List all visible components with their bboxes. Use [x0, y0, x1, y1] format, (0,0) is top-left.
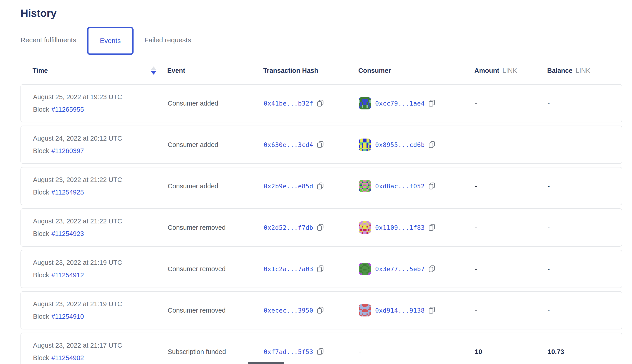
- tab-failed-requests[interactable]: Failed requests: [144, 36, 191, 44]
- block-label: Block: [33, 272, 49, 278]
- tab-events[interactable]: Events: [87, 27, 134, 55]
- table-row: August 23, 2022 at 21:17 UTC Block #1125…: [20, 332, 622, 364]
- column-header-balance: BalanceLINK: [547, 67, 622, 74]
- table-row: August 23, 2022 at 21:22 UTC Block #1125…: [20, 208, 622, 246]
- transaction-hash-link[interactable]: 0x2b9e...e85d: [264, 183, 313, 190]
- row-timestamp: August 23, 2022 at 21:19 UTC: [33, 301, 168, 307]
- block-line: Block #11254923: [33, 230, 168, 237]
- block-label: Block: [33, 148, 49, 154]
- block-label: Block: [33, 355, 49, 361]
- consumer-identicon: [359, 138, 371, 151]
- transaction-hash-link[interactable]: 0xecec...3950: [264, 307, 313, 314]
- row-timestamp: August 23, 2022 at 21:19 UTC: [33, 259, 168, 266]
- block-line: Block #11254902: [33, 355, 168, 361]
- transaction-hash-link[interactable]: 0x630e...3cd4: [264, 141, 313, 148]
- transaction-hash-cell: 0x1c2a...7a03: [264, 265, 359, 273]
- amount-unit-label: LINK: [502, 67, 517, 74]
- copy-icon[interactable]: [428, 265, 435, 273]
- copy-icon[interactable]: [317, 182, 324, 190]
- consumer-address-link[interactable]: 0x8955...cd6b: [375, 141, 425, 148]
- copy-icon[interactable]: [317, 306, 324, 314]
- consumer-address-link[interactable]: 0x3e77...5eb7: [375, 266, 425, 272]
- history-page: History Recent fulfillments Events Faile…: [0, 0, 632, 364]
- copy-icon[interactable]: [317, 348, 324, 356]
- transaction-hash-cell: 0x41be...b32f: [264, 100, 359, 107]
- block-line: Block #11260397: [33, 148, 168, 154]
- balance-cell: -: [548, 224, 622, 231]
- time-cell: August 23, 2022 at 21:22 UTC Block #1125…: [21, 218, 168, 237]
- transaction-hash-link[interactable]: 0x2d52...f7db: [264, 224, 313, 231]
- block-number-link[interactable]: #11260397: [52, 148, 84, 154]
- consumer-address-link[interactable]: 0x1109...1f83: [375, 224, 425, 231]
- table-row: August 24, 2022 at 20:12 UTC Block #1126…: [20, 126, 622, 164]
- amount-cell: -: [475, 100, 548, 107]
- event-cell: Consumer added: [168, 182, 264, 190]
- event-cell: Consumer removed: [168, 307, 264, 314]
- block-line: Block #11265955: [33, 106, 168, 113]
- transaction-hash-link[interactable]: 0xf7ad...5f53: [264, 348, 313, 355]
- amount-cell: -: [475, 224, 548, 231]
- block-number-link[interactable]: #11254902: [52, 355, 84, 361]
- time-header-label: Time: [32, 67, 48, 74]
- consumer-cell: -: [359, 348, 475, 356]
- block-number-link[interactable]: #11254923: [52, 230, 84, 237]
- row-timestamp: August 23, 2022 at 21:22 UTC: [33, 218, 168, 224]
- row-timestamp: August 23, 2022 at 21:17 UTC: [33, 342, 168, 349]
- time-cell: August 23, 2022 at 21:19 UTC Block #1125…: [21, 301, 168, 320]
- balance-cell: -: [548, 307, 622, 314]
- copy-icon[interactable]: [428, 141, 435, 148]
- amount-cell: -: [475, 307, 548, 314]
- event-cell: Consumer removed: [168, 224, 264, 231]
- consumer-cell: 0x8955...cd6b -: [359, 138, 475, 151]
- amount-cell: 10: [475, 348, 548, 356]
- copy-icon[interactable]: [428, 224, 435, 231]
- block-line: Block #11254912: [33, 272, 168, 278]
- consumer-identicon: [359, 221, 371, 234]
- table-row: August 23, 2022 at 21:19 UTC Block #1125…: [20, 291, 622, 330]
- balance-unit-label: LINK: [576, 67, 590, 74]
- copy-icon[interactable]: [428, 100, 435, 107]
- table-header: Time Event Transaction Hash Consumer Amo…: [20, 62, 622, 78]
- amount-cell: -: [475, 265, 548, 273]
- sort-arrows-icon[interactable]: [151, 66, 156, 74]
- transaction-hash-cell: 0xecec...3950: [264, 306, 359, 314]
- consumer-address-link[interactable]: 0xd914...9138: [375, 307, 425, 314]
- column-header-amount: AmountLINK: [474, 67, 547, 74]
- consumer-identicon: [359, 180, 371, 192]
- time-cell: August 23, 2022 at 21:17 UTC Block #1125…: [21, 342, 168, 361]
- block-label: Block: [33, 230, 49, 237]
- block-label: Block: [33, 189, 49, 196]
- transaction-hash-link[interactable]: 0x41be...b32f: [264, 100, 313, 107]
- copy-icon[interactable]: [317, 224, 324, 231]
- copy-icon[interactable]: [317, 100, 324, 107]
- consumer-address-link[interactable]: 0xd8ac...f052: [375, 183, 425, 190]
- event-cell: Subscription funded: [168, 348, 264, 356]
- consumer-address-link[interactable]: 0xcc79...1ae4: [375, 100, 425, 107]
- column-header-transaction-hash: Transaction Hash: [263, 67, 358, 74]
- copy-icon[interactable]: [317, 141, 324, 148]
- block-number-link[interactable]: #11265955: [52, 106, 84, 113]
- tab-recent-fulfillments[interactable]: Recent fulfillments: [20, 36, 76, 44]
- time-cell: August 23, 2022 at 21:19 UTC Block #1125…: [21, 259, 168, 278]
- block-label: Block: [33, 313, 49, 320]
- consumer-identicon: [359, 304, 371, 316]
- column-header-consumer: Consumer: [358, 67, 474, 74]
- copy-icon[interactable]: [317, 265, 324, 273]
- block-number-link[interactable]: #11254925: [52, 189, 84, 196]
- event-cell: Consumer added: [168, 141, 264, 148]
- tab-bar: Recent fulfillments Events Failed reques…: [20, 26, 622, 54]
- block-number-link[interactable]: #11254912: [52, 272, 84, 278]
- transaction-hash-cell: 0x630e...3cd4: [264, 141, 359, 148]
- amount-cell: -: [475, 141, 548, 148]
- block-number-link[interactable]: #11254910: [52, 313, 84, 320]
- transaction-hash-cell: 0x2d52...f7db: [264, 224, 359, 231]
- table-row: August 23, 2022 at 21:22 UTC Block #1125…: [20, 167, 622, 205]
- copy-icon[interactable]: [428, 182, 435, 190]
- consumer-cell: 0x1109...1f83 -: [359, 221, 475, 234]
- balance-cell: -: [548, 141, 622, 148]
- copy-icon[interactable]: [428, 306, 435, 314]
- horizontal-scrollbar-thumb[interactable]: [248, 362, 284, 364]
- balance-header-label: Balance: [547, 67, 572, 74]
- balance-cell: 10.73: [548, 348, 622, 356]
- transaction-hash-link[interactable]: 0x1c2a...7a03: [264, 266, 313, 272]
